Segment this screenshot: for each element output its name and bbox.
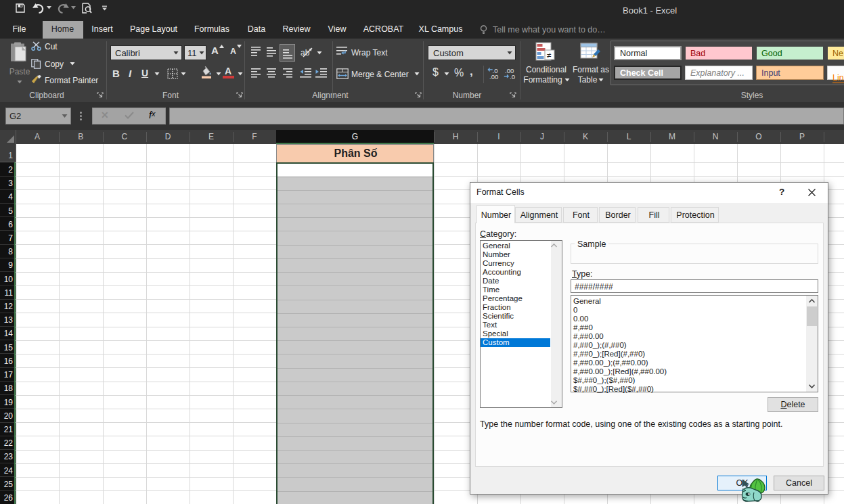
svg-text:ab: ab [301, 48, 310, 58]
svg-text:≠: ≠ [547, 51, 552, 60]
svg-text:.00: .00 [489, 73, 498, 81]
